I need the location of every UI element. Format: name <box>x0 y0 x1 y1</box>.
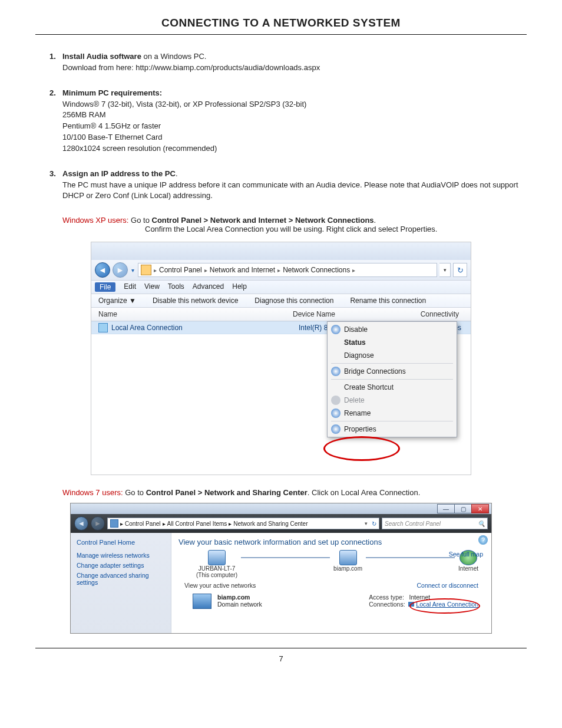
window-titlebar <box>91 242 471 260</box>
step-2: Minimum PC requirements: Windows® 7 (32-… <box>49 88 527 154</box>
crumb-network-internet[interactable]: Network and Internet <box>210 266 275 274</box>
connection-device: Intel(R) 8 <box>299 324 328 332</box>
forward-button[interactable]: ► <box>91 516 105 531</box>
main-panel: ? View your basic network information an… <box>171 533 491 633</box>
pc-name: JURBAN-LT-7 <box>199 565 236 572</box>
pc-sub: (This computer) <box>196 572 237 578</box>
sidebar-home[interactable]: Control Panel Home <box>77 539 165 546</box>
network-type: Domain network <box>217 601 262 608</box>
win7-instruction: Windows 7 users: Go to Control Panel > N… <box>62 488 527 497</box>
title-rule <box>35 34 527 35</box>
access-type-label: Access type: <box>369 594 404 601</box>
breadcrumb-path[interactable]: ▸ Control Panel ▸ Network and Internet ▸… <box>138 263 437 277</box>
ctx-bridge-label: Bridge Connections <box>344 367 406 375</box>
menu-bar: File Edit View Tools Advanced Help <box>91 281 471 294</box>
ctx-disable[interactable]: Disable <box>329 323 455 336</box>
header-connectivity[interactable]: Connectivity <box>405 310 464 318</box>
forward-button[interactable]: ► <box>113 262 128 278</box>
path-dropdown-icon[interactable]: ▾ <box>365 521 368 526</box>
menu-file[interactable]: File <box>95 282 115 292</box>
ctx-properties[interactable]: Properties <box>329 423 455 436</box>
step-3-body: The PC must have a unique IP address bef… <box>62 180 518 200</box>
crumb-network-sharing[interactable]: Network and Sharing Center <box>233 521 308 527</box>
refresh-icon[interactable]: ↻ <box>372 521 376 527</box>
connect-disconnect-link[interactable]: Connect or disconnect <box>417 582 478 589</box>
address-bar: ◄ ► ▸ Control Panel ▸ All Control Panel … <box>71 514 491 533</box>
history-dropdown-icon[interactable]: ▾ <box>131 267 134 274</box>
search-icon: 🔍 <box>478 521 485 527</box>
help-button[interactable]: ? <box>478 535 488 545</box>
search-input[interactable]: Search Control Panel 🔍 <box>382 518 488 529</box>
chevron-right-icon: ▸ <box>120 521 123 527</box>
breadcrumb-path[interactable]: ▸ Control Panel ▸ All Control Panel Item… <box>107 518 379 529</box>
ctx-shortcut-label: Create Shortcut <box>344 383 394 391</box>
sidebar: Control Panel Home Manage wireless netwo… <box>71 533 171 633</box>
menu-advanced[interactable]: Advanced <box>193 282 224 292</box>
diagnose-button[interactable]: Diagnose this connection <box>254 297 333 305</box>
header-device[interactable]: Device Name <box>293 310 405 318</box>
chevron-right-icon: ▸ <box>163 521 166 527</box>
connections-label: Connections: <box>369 601 405 608</box>
chevron-right-icon: ▸ <box>204 267 207 274</box>
xp-post: . <box>374 216 376 225</box>
win7-label: Windows 7 users: <box>62 488 123 497</box>
crumb-network-connections[interactable]: Network Connections <box>283 266 350 274</box>
node-gateway: biamp.com <box>333 550 362 578</box>
crumb-control-panel[interactable]: Control Panel <box>125 521 161 527</box>
shield-icon <box>331 367 340 376</box>
step-1-download: Download from here: http://www.biamp.com… <box>62 63 320 72</box>
local-area-connection-link[interactable]: Local Area Connection <box>416 601 478 608</box>
folder-icon <box>141 265 151 275</box>
minimize-button[interactable]: — <box>437 504 455 513</box>
menu-view[interactable]: View <box>144 282 160 292</box>
screenshot-xp-network-connections: ◄ ► ▾ ▸ Control Panel ▸ Network and Inte… <box>91 242 471 475</box>
network-name: biamp.com <box>217 594 250 601</box>
refresh-button[interactable]: ↻ <box>453 263 467 277</box>
win7-post: . Click on Local Area Connection. <box>308 488 421 497</box>
rename-connection-button[interactable]: Rename this connection <box>350 297 426 305</box>
crumb-control-panel[interactable]: Control Panel <box>159 266 202 274</box>
back-button[interactable]: ◄ <box>95 262 110 278</box>
disable-device-button[interactable]: Disable this network device <box>153 297 238 305</box>
xp-instruction-2: Confirm the Local Area Connection you wi… <box>145 225 527 233</box>
shield-icon <box>331 409 340 418</box>
ctx-rename[interactable]: Rename <box>329 407 455 420</box>
step-2-res: 1280x1024 screen resolution (recommended… <box>62 144 217 153</box>
address-bar: ◄ ► ▾ ▸ Control Panel ▸ Network and Inte… <box>91 260 471 281</box>
menu-tools[interactable]: Tools <box>168 282 184 292</box>
step-1: Install Audia software on a Windows PC. … <box>49 51 527 74</box>
ctx-diagnose-label: Diagnose <box>344 351 374 360</box>
close-button[interactable]: ✕ <box>471 504 489 513</box>
ctx-diagnose[interactable]: Diagnose <box>329 349 455 362</box>
step-2-cpu: Pentium® 4 1.5GHz or faster <box>62 121 161 130</box>
maximize-button[interactable]: ▢ <box>454 504 472 513</box>
header-name[interactable]: Name <box>98 310 293 318</box>
menu-help[interactable]: Help <box>232 282 247 292</box>
see-full-map-link[interactable]: See full map <box>449 551 483 558</box>
search-placeholder: Search Control Panel <box>385 521 441 527</box>
step-3-title: Assign an IP address to the PC <box>62 169 176 178</box>
chevron-right-icon: ▸ <box>352 267 355 274</box>
gateway-icon <box>339 550 357 565</box>
adapter-mini-icon <box>408 602 414 607</box>
menu-edit[interactable]: Edit <box>124 282 136 292</box>
path-dropdown-icon[interactable]: ▾ <box>439 263 451 277</box>
sidebar-manage-wireless[interactable]: Manage wireless networks <box>77 552 165 559</box>
ctx-delete-label: Delete <box>344 396 365 404</box>
node-pc: JURBAN-LT-7 (This computer) <box>196 550 237 578</box>
ctx-bridge[interactable]: Bridge Connections <box>329 365 455 378</box>
back-button[interactable]: ◄ <box>74 516 88 531</box>
sidebar-advanced-sharing[interactable]: Change advanced sharing settings <box>77 572 165 586</box>
ctx-shortcut[interactable]: Create Shortcut <box>329 381 455 394</box>
sidebar-adapter-settings[interactable]: Change adapter settings <box>77 562 165 569</box>
organize-button[interactable]: Organize ▼ <box>98 297 136 305</box>
shield-icon <box>331 396 340 405</box>
crumb-all-items[interactable]: All Control Panel Items <box>167 521 227 527</box>
step-2-nic: 10/100 Base-T Ethernet Card <box>62 133 163 141</box>
connection-name: Local Area Connection <box>111 324 299 332</box>
ctx-delete: Delete <box>329 394 455 407</box>
ctx-status[interactable]: Status <box>329 336 455 349</box>
win7-path: Control Panel > Network and Sharing Cent… <box>146 488 308 497</box>
ctx-disable-label: Disable <box>344 325 368 334</box>
chevron-right-icon: ▸ <box>229 521 232 527</box>
